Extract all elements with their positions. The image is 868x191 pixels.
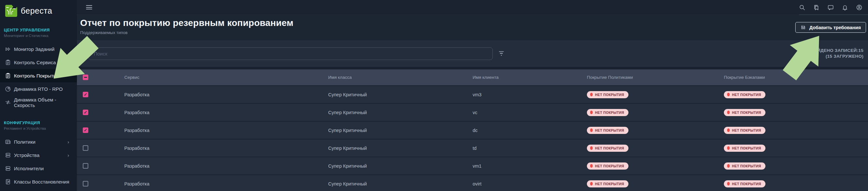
column-header-client-name[interactable]: Имя клиента (473, 75, 587, 80)
status-dot-icon (727, 110, 730, 114)
cell-class-name: Супер Критичный (328, 92, 473, 97)
filter-icon[interactable] (499, 51, 504, 56)
status-dot-icon (727, 182, 730, 186)
search-input[interactable] (88, 47, 493, 60)
cell-class-name: Супер Критичный (328, 181, 473, 187)
policy-coverage-badge: НЕТ ПОКРЫТИЯ (587, 127, 628, 134)
cell-service: Разработка (124, 181, 328, 187)
records-counter: НАЙДЕНО ЗАПИСЕЙ:15 (15 ЗАГРУЖЕНО) (810, 48, 864, 59)
cell-service: Разработка (124, 146, 328, 151)
sidebar-item-job-monitor[interactable]: Монитор Заданий (0, 42, 77, 56)
sidebar-item-devices[interactable]: Устройства › (0, 149, 77, 162)
server-icon (5, 165, 11, 171)
column-header-policy-coverage[interactable]: Покрытие Политиками (587, 75, 724, 80)
backup-coverage-badge: НЕТ ПОКРЫТИЯ (724, 162, 766, 169)
fast-forward-icon (5, 46, 11, 52)
chevron-right-icon: › (67, 139, 69, 145)
sidebar-item-recovery-classes[interactable]: Классы Восстановления (0, 175, 77, 188)
sidebar-item-policies[interactable]: Политики › (0, 135, 77, 149)
sidebar-item-executors[interactable]: Исполнители (0, 162, 77, 175)
server-icon (5, 152, 11, 158)
sidebar-item-label: Устройства (14, 152, 39, 158)
cell-client-name: vm1 (473, 163, 587, 169)
page-header: Отчет по покрытию резервным копированием… (77, 15, 868, 40)
pie-chart-icon (5, 86, 11, 92)
select-all-checkbox[interactable] (83, 74, 88, 80)
table-row[interactable]: Разработка Супер Критичный dc НЕТ ПОКРЫТ… (77, 121, 868, 139)
sidebar: береста ЦЕНТР УПРАВЛЕНИЯ Мониторинг и Ст… (0, 0, 77, 191)
row-checkbox[interactable] (83, 145, 88, 151)
records-loaded: (15 ЗАГРУЖЕНО) (810, 54, 864, 59)
chat-icon[interactable] (828, 4, 834, 11)
table-row[interactable]: Разработка Супер Критичный vc НЕТ ПОКРЫТ… (77, 103, 868, 121)
cell-client-name: vc (473, 110, 587, 115)
cell-class-name: Супер Критичный (328, 146, 473, 151)
save-floppy-icon (801, 25, 806, 30)
cell-client-name: td (473, 146, 587, 151)
status-dot-icon (727, 93, 730, 96)
brand-logo[interactable]: береста (0, 0, 77, 17)
cell-service: Разработка (124, 163, 328, 169)
cell-class-name: Супер Критичный (328, 110, 473, 115)
hamburger-menu-icon[interactable] (86, 4, 92, 11)
user-account-icon[interactable] (856, 4, 863, 11)
recovery-classes-icon (5, 179, 11, 185)
brand-logo-icon (5, 5, 17, 17)
backup-coverage-badge: НЕТ ПОКРЫТИЯ (724, 91, 766, 98)
records-found: НАЙДЕНО ЗАПИСЕЙ:15 (810, 48, 864, 54)
cell-class-name: Супер Критичный (328, 128, 473, 133)
row-checkbox[interactable] (83, 127, 88, 133)
table-row[interactable]: Разработка Супер Критичный vm3 НЕТ ПОКРЫ… (77, 85, 868, 103)
brand-name: береста (21, 6, 52, 15)
sidebar-item-label: Исполнители (14, 166, 44, 171)
filter-toolbar: НАЙДЕНО ЗАПИСЕЙ:15 (15 ЗАГРУЖЕНО) (77, 40, 868, 67)
page-subtitle: Поддерживаемых типов (80, 30, 868, 35)
cell-service: Разработка (124, 110, 328, 115)
sidebar-item-coverage-control[interactable]: Контроль Покрытия (0, 69, 77, 83)
section-subtitle: Регламент и Устройства (4, 126, 77, 130)
row-checkbox[interactable] (83, 92, 88, 97)
column-header-backup-coverage[interactable]: Покрытие Бэкапами (724, 75, 868, 80)
backup-coverage-badge: НЕТ ПОКРЫТИЯ (724, 180, 766, 187)
row-checkbox[interactable] (83, 163, 88, 169)
table-row[interactable]: Разработка Супер Критичный ovirt НЕТ ПОК… (77, 174, 868, 191)
backup-coverage-badge: НЕТ ПОКРЫТИЯ (724, 127, 766, 134)
row-checkbox[interactable] (83, 109, 88, 115)
column-header-class-name[interactable]: Имя класса (328, 75, 473, 80)
search-icon[interactable] (799, 4, 805, 11)
sidebar-item-rto-rpo[interactable]: Динамика RTO - RPO (0, 83, 77, 96)
sidebar-section-management: ЦЕНТР УПРАВЛЕНИЯ Мониторинг и Статистика… (0, 28, 77, 109)
cell-class-name: Супер Критичный (328, 163, 473, 169)
table-row[interactable]: Разработка Супер Критичный td НЕТ ПОКРЫТ… (77, 139, 868, 157)
sidebar-section-configuration: КОНФИГУРАЦИЯ Регламент и Устройства Поли… (0, 121, 77, 188)
sidebar-item-label: Контроль Сервиса (14, 60, 56, 65)
page-title: Отчет по покрытию резервным копированием (80, 18, 868, 28)
sidebar-item-volume-speed[interactable]: Динамика Объем - Скорость (0, 96, 77, 109)
main-area: Отчет по покрытию резервным копированием… (77, 0, 868, 191)
status-dot-icon (590, 182, 593, 186)
status-dot-icon (590, 128, 593, 132)
add-requirements-button[interactable]: Добавить требования (795, 22, 866, 33)
table-header-row: Сервис Имя класса Имя клиента Покрытие П… (77, 69, 868, 85)
chevron-right-icon: › (67, 152, 69, 158)
cell-client-name: dc (473, 128, 587, 133)
policy-coverage-badge: НЕТ ПОКРЫТИЯ (587, 109, 628, 116)
policy-coverage-badge: НЕТ ПОКРЫТИЯ (587, 180, 628, 187)
bookmarks-icon[interactable] (813, 4, 819, 11)
column-header-service[interactable]: Сервис (124, 75, 328, 80)
sidebar-item-service-control[interactable]: Контроль Сервиса (0, 56, 77, 69)
add-requirements-label: Добавить требования (809, 25, 861, 30)
row-checkbox[interactable] (83, 181, 88, 187)
backup-coverage-badge: НЕТ ПОКРЫТИЯ (724, 109, 766, 116)
clipboard-icon (5, 73, 11, 79)
section-title: ЦЕНТР УПРАВЛЕНИЯ (4, 28, 77, 32)
sidebar-item-label: Динамика RTO - RPO (14, 86, 63, 92)
newspaper-icon (5, 139, 11, 145)
topbar (77, 0, 868, 15)
sidebar-item-label: Монитор Заданий (14, 46, 55, 52)
status-dot-icon (727, 164, 730, 168)
sidebar-item-label: Политики (14, 139, 35, 145)
table-row[interactable]: Разработка Супер Критичный vm1 НЕТ ПОКРЫ… (77, 157, 868, 174)
clipboard-icon (5, 59, 11, 65)
notifications-bell-icon[interactable] (842, 4, 848, 11)
